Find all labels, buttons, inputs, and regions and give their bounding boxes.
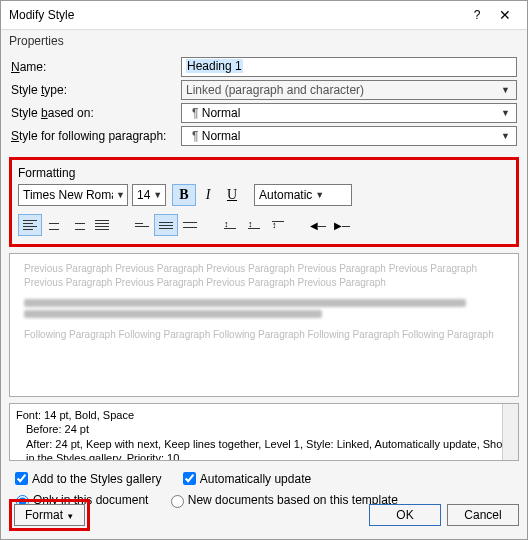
auto-update-checkbox[interactable]: Automatically update xyxy=(179,469,311,488)
dialog-title: Modify Style xyxy=(9,8,463,22)
titlebar: Modify Style ? ✕ xyxy=(1,1,527,30)
chevron-down-icon: ▼ xyxy=(501,108,512,118)
bold-button[interactable]: B xyxy=(172,184,196,206)
ok-button[interactable]: OK xyxy=(369,504,441,526)
style-type-label: Style type: xyxy=(11,83,181,97)
space-before-dec-button[interactable]: ↕ xyxy=(242,214,266,236)
name-label: Name: xyxy=(11,60,181,74)
add-to-gallery-checkbox[interactable]: Add to the Styles gallery xyxy=(11,469,161,488)
align-left-button[interactable] xyxy=(18,214,42,236)
preview-pane: Previous Paragraph Previous Paragraph Pr… xyxy=(9,253,519,397)
following-para-select[interactable]: ¶ Normal▼ xyxy=(181,126,517,146)
space-before-inc-button[interactable]: ↕ xyxy=(218,214,242,236)
chevron-down-icon: ▼ xyxy=(315,190,324,200)
space-after-inc-button[interactable]: ↕ xyxy=(266,214,290,236)
style-type-select: Linked (paragraph and character)▼ xyxy=(181,80,517,100)
chevron-down-icon: ▼ xyxy=(153,190,162,200)
align-justify-button[interactable] xyxy=(90,214,114,236)
font-size-select[interactable]: 14▼ xyxy=(132,184,166,206)
spacing-2-button[interactable] xyxy=(178,214,202,236)
align-center-button[interactable] xyxy=(42,214,66,236)
format-button-highlight: Format ▼ xyxy=(9,499,90,531)
close-icon[interactable]: ✕ xyxy=(491,7,519,23)
format-menu-button[interactable]: Format ▼ xyxy=(14,504,85,526)
description-box: Font: 14 pt, Bold, Space Before: 24 pt A… xyxy=(9,403,519,461)
properties-label: Properties xyxy=(1,30,527,52)
font-color-select[interactable]: Automatic▼ xyxy=(254,184,352,206)
name-input[interactable]: Heading 1 xyxy=(181,57,517,77)
chevron-down-icon: ▼ xyxy=(116,190,125,200)
indent-increase-button[interactable]: ▶ xyxy=(330,214,354,236)
italic-button[interactable]: I xyxy=(196,184,220,206)
indent-decrease-button[interactable]: ◀ xyxy=(306,214,330,236)
formatting-group: Formatting Times New Roman▼ 14▼ B I U Au… xyxy=(9,157,519,247)
chevron-down-icon: ▼ xyxy=(501,131,512,141)
formatting-label: Formatting xyxy=(18,166,510,180)
following-para-label: Style for following paragraph: xyxy=(11,129,181,143)
spacing-1-button[interactable] xyxy=(130,214,154,236)
modify-style-dialog: Modify Style ? ✕ Properties Name: Headin… xyxy=(0,0,528,540)
based-on-select[interactable]: ¶ Normal▼ xyxy=(181,103,517,123)
scrollbar[interactable] xyxy=(502,404,518,460)
underline-button[interactable]: U xyxy=(220,184,244,206)
based-on-label: Style based on: xyxy=(11,106,181,120)
help-icon[interactable]: ? xyxy=(463,8,491,22)
chevron-down-icon: ▼ xyxy=(501,85,512,95)
cancel-button[interactable]: Cancel xyxy=(447,504,519,526)
spacing-15-button[interactable] xyxy=(154,214,178,236)
font-name-select[interactable]: Times New Roman▼ xyxy=(18,184,128,206)
align-right-button[interactable] xyxy=(66,214,90,236)
